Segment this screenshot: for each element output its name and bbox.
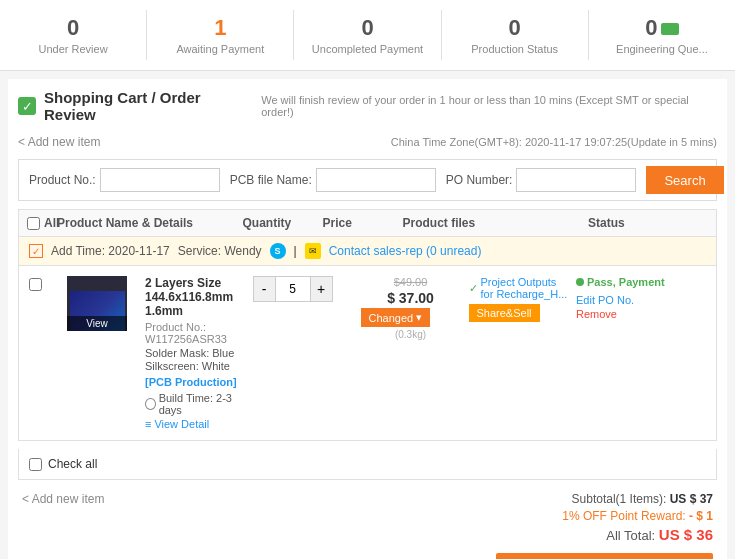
check-all-label: Check all bbox=[48, 457, 97, 471]
price-new: $ 37.00 bbox=[361, 290, 461, 306]
project-link[interactable]: ✓ Project Outputs for Recharge_H... bbox=[469, 276, 569, 300]
check-all-checkbox[interactable] bbox=[29, 458, 42, 471]
files-col: ✓ Project Outputs for Recharge_H... Shar… bbox=[469, 276, 569, 322]
col-all: All bbox=[27, 216, 57, 230]
col-quantity: Quantity bbox=[243, 216, 323, 230]
product-details: 2 Layers Size 144.6x116.8mm 1.6mm Produc… bbox=[145, 276, 245, 430]
col-status: Status bbox=[588, 216, 708, 230]
point-reward-value: - $ 1 bbox=[689, 509, 713, 523]
checkout-row: Proceed to checkout bbox=[18, 553, 717, 559]
col-product-files: Product files bbox=[403, 216, 589, 230]
select-all-checkbox[interactable] bbox=[27, 217, 40, 230]
subtotal-value: US $ 37 bbox=[670, 492, 713, 506]
engineering-label: Engineering Que... bbox=[599, 43, 725, 55]
awaiting-payment-count: 1 bbox=[157, 15, 283, 41]
order-check-icon bbox=[29, 244, 43, 258]
view-detail-link[interactable]: ≡ View Detail bbox=[145, 418, 245, 430]
uncompleted-count: 0 bbox=[304, 15, 430, 41]
check-icon bbox=[18, 97, 36, 115]
product-thumbnail: View bbox=[67, 276, 127, 331]
qty-control: - + bbox=[253, 276, 333, 302]
view-label[interactable]: View bbox=[67, 316, 127, 331]
section-title: Shopping Cart / Order Review bbox=[44, 89, 253, 123]
check-all-row: Check all bbox=[18, 449, 717, 480]
status-pass: Pass, Payment bbox=[576, 276, 706, 288]
status-production[interactable]: 0 Production Status bbox=[442, 10, 589, 60]
all-total-value: US $ 36 bbox=[659, 526, 713, 543]
pcb-file-name-input[interactable] bbox=[316, 168, 436, 192]
status-col: Pass, Payment Edit PO No. Remove bbox=[576, 276, 706, 320]
action-row: Add new item China Time Zone(GMT+8): 202… bbox=[18, 135, 717, 149]
product-no: Product No.: W117256ASR33 bbox=[145, 321, 245, 345]
product-no-input[interactable] bbox=[100, 168, 220, 192]
row-checkbox[interactable] bbox=[29, 278, 42, 291]
check-green-icon: ✓ bbox=[469, 282, 478, 295]
point-reward-label: 1% OFF Point Reward: bbox=[562, 509, 685, 523]
product-no-label: Product No.: bbox=[29, 173, 96, 187]
status-bar: 0 Under Review 1 Awaiting Payment 0 Unco… bbox=[0, 0, 735, 71]
clock-icon bbox=[145, 398, 156, 410]
edit-po-link[interactable]: Edit PO No. bbox=[576, 294, 706, 306]
section-subtitle: We will finish review of your order in 1… bbox=[261, 94, 717, 118]
email-icon: ✉ bbox=[305, 243, 321, 259]
qty-plus-button[interactable]: + bbox=[311, 277, 332, 301]
product-no-field: Product No.: bbox=[29, 168, 220, 192]
production-label: Production Status bbox=[452, 43, 578, 55]
po-number-field: PO Number: bbox=[446, 168, 637, 192]
order-block: Add Time: 2020-11-17 Service: Wendy S | … bbox=[18, 236, 717, 441]
pcb-file-name-field: PCB file Name: bbox=[230, 168, 436, 192]
dot-green-icon bbox=[576, 278, 584, 286]
add-new-item-link[interactable]: Add new item bbox=[18, 135, 100, 149]
footer-row: Add new item Subtotal(1 Items): US $ 37 … bbox=[18, 492, 717, 543]
changed-label: Changed bbox=[369, 312, 414, 324]
list-icon: ≡ bbox=[145, 418, 151, 430]
order-header: Add Time: 2020-11-17 Service: Wendy S | … bbox=[19, 237, 716, 266]
changed-arrow: ▾ bbox=[416, 311, 422, 324]
price-old: $49.00 bbox=[361, 276, 461, 288]
status-awaiting-payment[interactable]: 1 Awaiting Payment bbox=[147, 10, 294, 60]
subtotal-line: Subtotal(1 Items): US $ 37 bbox=[562, 492, 713, 506]
point-reward-line: 1% OFF Point Reward: - $ 1 bbox=[562, 509, 713, 523]
status-pass-text: Pass, Payment bbox=[587, 276, 665, 288]
weight-text: (0.3kg) bbox=[361, 329, 461, 340]
silkscreen: Silkscreen: White bbox=[145, 360, 245, 372]
section-header: Shopping Cart / Order Review We will fin… bbox=[18, 89, 717, 123]
all-total-label: All Total: bbox=[606, 528, 655, 543]
add-time: Add Time: 2020-11-17 bbox=[51, 244, 170, 258]
footer-totals: Subtotal(1 Items): US $ 37 1% OFF Point … bbox=[562, 492, 713, 543]
build-time: Build Time: 2-3 days bbox=[145, 392, 245, 416]
remove-link[interactable]: Remove bbox=[576, 308, 617, 320]
project-link-text: Project Outputs for Recharge_H... bbox=[481, 276, 569, 300]
status-under-review[interactable]: 0 Under Review bbox=[0, 10, 147, 60]
main-content: Shopping Cart / Order Review We will fin… bbox=[8, 79, 727, 559]
engineering-icon bbox=[661, 23, 679, 35]
order-row: View 2 Layers Size 144.6x116.8mm 1.6mm P… bbox=[19, 266, 716, 440]
search-bar: Product No.: PCB file Name: PO Number: S… bbox=[18, 159, 717, 201]
separator: | bbox=[294, 244, 297, 258]
col-price: Price bbox=[323, 216, 403, 230]
build-time-text: Build Time: 2-3 days bbox=[159, 392, 245, 416]
status-uncompleted[interactable]: 0 Uncompleted Payment bbox=[294, 10, 441, 60]
checkout-button[interactable]: Proceed to checkout bbox=[496, 553, 713, 559]
share-sell-button[interactable]: Share&Sell bbox=[469, 304, 540, 322]
qty-input[interactable] bbox=[275, 277, 311, 301]
under-review-count: 0 bbox=[10, 15, 136, 41]
changed-button[interactable]: Changed ▾ bbox=[361, 308, 431, 327]
pcb-file-name-label: PCB file Name: bbox=[230, 173, 312, 187]
contact-link[interactable]: Contact sales-rep (0 unread) bbox=[329, 244, 482, 258]
product-name: 2 Layers Size 144.6x116.8mm 1.6mm bbox=[145, 276, 245, 318]
uncompleted-label: Uncompleted Payment bbox=[304, 43, 430, 55]
under-review-label: Under Review bbox=[10, 43, 136, 55]
production-count: 0 bbox=[452, 15, 578, 41]
pcb-tag: [PCB Production] bbox=[145, 376, 245, 388]
qty-minus-button[interactable]: - bbox=[254, 277, 275, 301]
search-button[interactable]: Search bbox=[646, 166, 723, 194]
footer-add-item-link[interactable]: Add new item bbox=[22, 492, 104, 506]
skype-icon: S bbox=[270, 243, 286, 259]
col-product-name: Product Name & Details bbox=[57, 216, 243, 230]
solder-mask: Solder Mask: Blue bbox=[145, 347, 245, 359]
status-engineering[interactable]: 0 Engineering Que... bbox=[589, 10, 735, 60]
po-number-input[interactable] bbox=[516, 168, 636, 192]
row-check bbox=[29, 276, 59, 291]
price-col: $49.00 $ 37.00 Changed ▾ (0.3kg) bbox=[361, 276, 461, 340]
